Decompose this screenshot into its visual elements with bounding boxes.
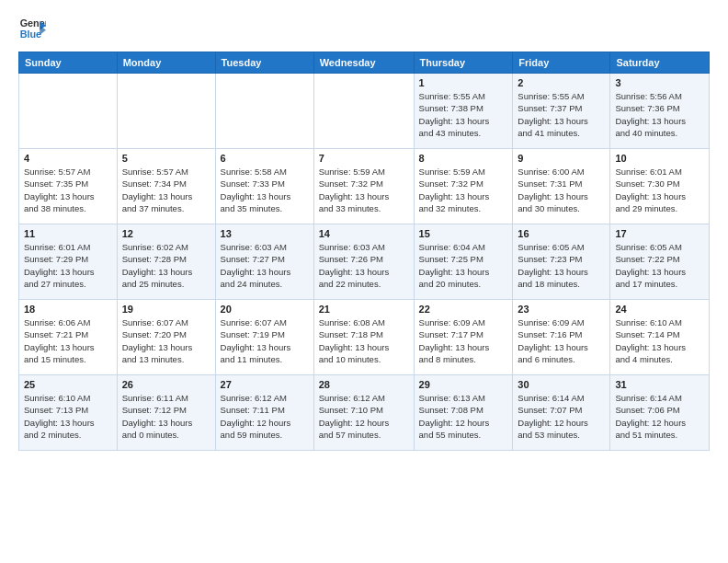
calendar-cell: 12Sunrise: 6:02 AMSunset: 7:28 PMDayligh… (117, 224, 215, 300)
day-number: 18 (24, 304, 112, 315)
day-info: Sunrise: 6:14 AMSunset: 7:06 PMDaylight:… (615, 392, 704, 441)
svg-text:Blue: Blue (20, 29, 41, 40)
day-number: 16 (518, 228, 605, 239)
calendar-cell: 3Sunrise: 5:56 AMSunset: 7:36 PMDaylight… (610, 74, 710, 149)
calendar-cell: 5Sunrise: 5:57 AMSunset: 7:34 PMDaylight… (117, 149, 215, 224)
calendar-cell: 25Sunrise: 6:10 AMSunset: 7:13 PMDayligh… (19, 375, 118, 451)
calendar-week-row: 1Sunrise: 5:55 AMSunset: 7:38 PMDaylight… (19, 74, 710, 149)
day-number: 31 (615, 379, 704, 390)
calendar-cell: 20Sunrise: 6:07 AMSunset: 7:19 PMDayligh… (215, 300, 313, 375)
calendar-cell: 31Sunrise: 6:14 AMSunset: 7:06 PMDayligh… (610, 375, 710, 451)
day-info: Sunrise: 6:03 AMSunset: 7:26 PMDaylight:… (319, 241, 409, 290)
day-number: 24 (615, 304, 704, 315)
day-info: Sunrise: 6:03 AMSunset: 7:27 PMDaylight:… (221, 241, 309, 290)
day-info: Sunrise: 6:01 AMSunset: 7:30 PMDaylight:… (615, 166, 704, 214)
day-info: Sunrise: 6:14 AMSunset: 7:07 PMDaylight:… (518, 392, 605, 441)
day-number: 22 (419, 304, 508, 315)
day-info: Sunrise: 6:12 AMSunset: 7:11 PMDaylight:… (221, 392, 309, 441)
day-number: 23 (518, 304, 605, 315)
day-number: 5 (122, 153, 210, 164)
calendar-cell: 18Sunrise: 6:06 AMSunset: 7:21 PMDayligh… (19, 300, 118, 375)
day-info: Sunrise: 6:00 AMSunset: 7:31 PMDaylight:… (518, 166, 605, 214)
calendar-cell: 11Sunrise: 6:01 AMSunset: 7:29 PMDayligh… (19, 224, 118, 300)
day-info: Sunrise: 6:07 AMSunset: 7:19 PMDaylight:… (221, 316, 309, 365)
calendar-cell: 30Sunrise: 6:14 AMSunset: 7:07 PMDayligh… (513, 375, 610, 451)
calendar-header-row: SundayMondayTuesdayWednesdayThursdayFrid… (19, 52, 710, 74)
day-info: Sunrise: 6:10 AMSunset: 7:14 PMDaylight:… (615, 316, 704, 365)
calendar-cell: 22Sunrise: 6:09 AMSunset: 7:17 PMDayligh… (414, 300, 513, 375)
day-info: Sunrise: 6:01 AMSunset: 7:29 PMDaylight:… (24, 241, 112, 290)
day-info: Sunrise: 6:10 AMSunset: 7:13 PMDaylight:… (24, 392, 112, 441)
calendar-day-header: Sunday (19, 52, 118, 74)
day-number: 15 (419, 228, 508, 239)
day-number: 30 (518, 379, 605, 390)
calendar-cell: 10Sunrise: 6:01 AMSunset: 7:30 PMDayligh… (610, 149, 710, 224)
day-info: Sunrise: 5:59 AMSunset: 7:32 PMDaylight:… (419, 166, 508, 214)
calendar-cell: 4Sunrise: 5:57 AMSunset: 7:35 PMDaylight… (19, 149, 118, 224)
day-info: Sunrise: 6:11 AMSunset: 7:12 PMDaylight:… (122, 392, 210, 441)
calendar-cell (19, 74, 118, 149)
day-number: 12 (122, 228, 210, 239)
calendar-week-row: 18Sunrise: 6:06 AMSunset: 7:21 PMDayligh… (19, 300, 710, 375)
calendar-day-header: Monday (117, 52, 215, 74)
day-number: 11 (24, 228, 112, 239)
day-number: 2 (518, 77, 605, 88)
calendar-cell: 15Sunrise: 6:04 AMSunset: 7:25 PMDayligh… (414, 224, 513, 300)
calendar-day-header: Wednesday (313, 52, 414, 74)
day-info: Sunrise: 6:04 AMSunset: 7:25 PMDaylight:… (419, 241, 508, 290)
day-number: 13 (221, 228, 309, 239)
day-info: Sunrise: 6:09 AMSunset: 7:16 PMDaylight:… (518, 316, 605, 365)
day-info: Sunrise: 6:08 AMSunset: 7:18 PMDaylight:… (319, 316, 409, 365)
day-info: Sunrise: 6:13 AMSunset: 7:08 PMDaylight:… (419, 392, 508, 441)
day-number: 20 (221, 304, 309, 315)
calendar-cell: 23Sunrise: 6:09 AMSunset: 7:16 PMDayligh… (513, 300, 610, 375)
calendar-cell: 13Sunrise: 6:03 AMSunset: 7:27 PMDayligh… (215, 224, 313, 300)
calendar-cell: 1Sunrise: 5:55 AMSunset: 7:38 PMDaylight… (414, 74, 513, 149)
calendar-week-row: 4Sunrise: 5:57 AMSunset: 7:35 PMDaylight… (19, 149, 710, 224)
calendar-cell (117, 74, 215, 149)
day-number: 29 (419, 379, 508, 390)
day-number: 8 (419, 153, 508, 164)
calendar-cell: 16Sunrise: 6:05 AMSunset: 7:23 PMDayligh… (513, 224, 610, 300)
day-info: Sunrise: 5:55 AMSunset: 7:37 PMDaylight:… (518, 90, 605, 139)
day-number: 1 (419, 77, 508, 88)
day-number: 7 (319, 153, 409, 164)
calendar-cell: 14Sunrise: 6:03 AMSunset: 7:26 PMDayligh… (313, 224, 414, 300)
calendar-cell: 28Sunrise: 6:12 AMSunset: 7:10 PMDayligh… (313, 375, 414, 451)
calendar-cell: 8Sunrise: 5:59 AMSunset: 7:32 PMDaylight… (414, 149, 513, 224)
calendar-table: SundayMondayTuesdayWednesdayThursdayFrid… (18, 52, 710, 451)
day-number: 21 (319, 304, 409, 315)
calendar-week-row: 25Sunrise: 6:10 AMSunset: 7:13 PMDayligh… (19, 375, 710, 451)
calendar-day-header: Saturday (610, 52, 710, 74)
calendar-cell: 26Sunrise: 6:11 AMSunset: 7:12 PMDayligh… (117, 375, 215, 451)
calendar-cell: 29Sunrise: 6:13 AMSunset: 7:08 PMDayligh… (414, 375, 513, 451)
day-info: Sunrise: 5:56 AMSunset: 7:36 PMDaylight:… (615, 90, 704, 139)
calendar-cell (215, 74, 313, 149)
day-number: 17 (615, 228, 704, 239)
day-info: Sunrise: 6:02 AMSunset: 7:28 PMDaylight:… (122, 241, 210, 290)
day-number: 14 (319, 228, 409, 239)
calendar-cell: 17Sunrise: 6:05 AMSunset: 7:22 PMDayligh… (610, 224, 710, 300)
day-number: 6 (221, 153, 309, 164)
day-number: 27 (221, 379, 309, 390)
day-info: Sunrise: 5:55 AMSunset: 7:38 PMDaylight:… (419, 90, 508, 139)
day-info: Sunrise: 6:12 AMSunset: 7:10 PMDaylight:… (319, 392, 409, 441)
calendar-cell: 24Sunrise: 6:10 AMSunset: 7:14 PMDayligh… (610, 300, 710, 375)
day-info: Sunrise: 5:58 AMSunset: 7:33 PMDaylight:… (221, 166, 309, 214)
day-info: Sunrise: 5:57 AMSunset: 7:35 PMDaylight:… (24, 166, 112, 214)
calendar-cell: 27Sunrise: 6:12 AMSunset: 7:11 PMDayligh… (215, 375, 313, 451)
day-info: Sunrise: 6:06 AMSunset: 7:21 PMDaylight:… (24, 316, 112, 365)
day-number: 26 (122, 379, 210, 390)
day-number: 9 (518, 153, 605, 164)
day-info: Sunrise: 6:05 AMSunset: 7:22 PMDaylight:… (615, 241, 704, 290)
calendar-cell: 7Sunrise: 5:59 AMSunset: 7:32 PMDaylight… (313, 149, 414, 224)
day-info: Sunrise: 6:07 AMSunset: 7:20 PMDaylight:… (122, 316, 210, 365)
logo-icon: General Blue (18, 15, 46, 42)
day-number: 10 (615, 153, 704, 164)
day-info: Sunrise: 5:57 AMSunset: 7:34 PMDaylight:… (122, 166, 210, 214)
day-number: 19 (122, 304, 210, 315)
day-info: Sunrise: 6:05 AMSunset: 7:23 PMDaylight:… (518, 241, 605, 290)
logo: General Blue (18, 15, 46, 42)
calendar-day-header: Tuesday (215, 52, 313, 74)
calendar-cell: 6Sunrise: 5:58 AMSunset: 7:33 PMDaylight… (215, 149, 313, 224)
